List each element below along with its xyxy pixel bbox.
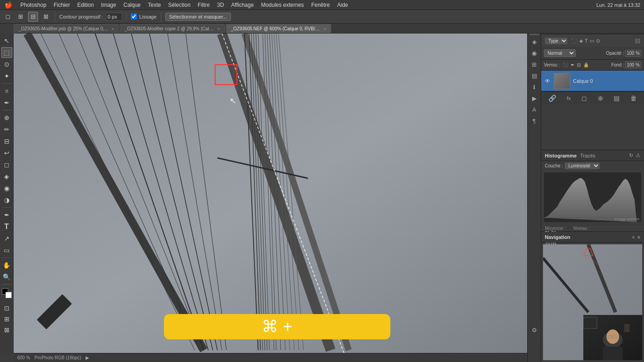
menu-3d[interactable]: 3D — [213, 2, 227, 8]
histogram-refresh-icon[interactable]: ↻ — [629, 152, 633, 158]
tool-shape[interactable]: ▭ — [1, 245, 12, 256]
canvas-area[interactable]: ↖ ⌘ + — [14, 33, 541, 353]
tab-1[interactable]: _OZ93605-Modifier.psb @ 25% (Calque 0, R… — [14, 24, 119, 33]
menu-edition[interactable]: Edition — [73, 2, 97, 8]
toolbar-add-selection[interactable]: ⊞ — [15, 12, 25, 22]
nav-close-btn[interactable]: × — [632, 234, 634, 240]
lock-position-icon[interactable]: ✒ — [571, 62, 574, 67]
menu-fenetre[interactable]: Fenêtre — [308, 2, 333, 8]
nav-arrow[interactable]: ▶ — [86, 355, 89, 360]
layer-delete-btn[interactable]: 🗑 — [630, 95, 637, 102]
tool-dodge[interactable]: ◑ — [1, 195, 12, 205]
lissage-checkbox[interactable] — [131, 14, 137, 19]
menu-calque[interactable]: Calque — [120, 2, 144, 8]
channel-select[interactable]: Luminosité — [565, 162, 600, 169]
menu-right-icons: Lun. 22 mai à 13:32 — [596, 2, 644, 8]
tab-3[interactable]: _OZ93605.NEF @ 600% (Calque 0, RVB/16*) … — [226, 24, 331, 33]
blend-mode-select[interactable]: Normal — [544, 49, 576, 57]
tab-1-close[interactable]: × — [111, 27, 114, 31]
tool-eyedropper[interactable]: ✒ — [1, 97, 12, 108]
tool-artboard[interactable]: ⊞ — [1, 314, 12, 324]
tool-select-rect[interactable]: ⬚ — [1, 47, 12, 58]
selection-box — [215, 64, 237, 85]
tool-blur[interactable]: ◉ — [1, 183, 12, 194]
sep2 — [126, 12, 127, 21]
right-icon-info[interactable]: ℹ — [529, 82, 539, 92]
menu-affichage[interactable]: Affichage — [228, 2, 258, 8]
opacity-input[interactable]: 100 % — [625, 50, 641, 57]
toolbar-subtract-selection[interactable]: ⊟ — [28, 12, 38, 22]
tool-heal[interactable]: ⊕ — [1, 112, 12, 123]
toolbar-intersect-selection[interactable]: ⊠ — [41, 12, 51, 22]
menu-filtre[interactable]: Filtre — [194, 2, 214, 8]
tool-history-brush[interactable]: ↩ — [1, 148, 12, 158]
layer-filter-adj[interactable]: ◈ — [579, 38, 583, 44]
layer-group-btn[interactable]: ▤ — [614, 95, 620, 102]
tool-zoom-fit[interactable]: ⊠ — [1, 324, 12, 335]
apple-logo[interactable]: 🍎 — [5, 1, 12, 9]
toolbar-new-selection[interactable]: ◻ — [3, 12, 13, 22]
tool-lasso[interactable]: ⊙ — [1, 59, 12, 70]
tool-pen[interactable]: ✒ — [1, 210, 12, 220]
right-icon-libraries[interactable]: ⊞ — [529, 59, 539, 69]
layer-filter-text[interactable]: T — [585, 38, 588, 44]
layer-item-0[interactable]: 👁 Calque 0 — [541, 71, 644, 91]
right-icon-histo[interactable]: ▤ — [529, 71, 539, 81]
menu-selection[interactable]: Sélection — [164, 2, 194, 8]
tool-magic-wand[interactable]: ✦ — [1, 71, 12, 81]
moyenne-label: Moyenne : — [545, 226, 566, 231]
fill-input[interactable]: 100 % — [625, 62, 641, 68]
foreground-color[interactable] — [2, 288, 12, 298]
lock-artboard-icon[interactable]: ⊡ — [577, 62, 581, 67]
layer-filter-smart[interactable]: ⊙ — [596, 38, 600, 44]
tool-move[interactable]: ↖ — [1, 35, 12, 46]
right-icon-para[interactable]: ¶ — [529, 116, 539, 126]
tool-text[interactable]: T — [1, 221, 12, 232]
histogram-title[interactable]: Histogramme — [545, 153, 577, 158]
tool-zoom[interactable]: 🔍 — [1, 272, 12, 282]
layer-type-select[interactable]: Type — [545, 38, 567, 44]
menu-fichier[interactable]: Fichier — [50, 2, 73, 8]
right-icon-actions[interactable]: ▶ — [529, 93, 539, 103]
layer-filter-toggle[interactable]: ⊟ — [635, 37, 640, 44]
layer-filter-pixel[interactable]: ⬛ — [571, 38, 577, 44]
tool-sep1 — [2, 83, 11, 84]
select-mask-button[interactable]: Sélectionner et masquer... — [165, 13, 231, 21]
layer-thumb-0 — [554, 73, 570, 89]
tool-quick-mask[interactable]: ⊡ — [1, 303, 12, 314]
traces-tab[interactable]: Tracés — [580, 153, 595, 158]
layer-mask-btn[interactable]: ◻ — [582, 95, 587, 102]
menu-aide[interactable]: Aide — [333, 2, 351, 8]
lock-all-icon[interactable]: 🔒 — [583, 62, 589, 67]
layer-link-btn[interactable]: 🔗 — [548, 95, 556, 102]
tool-path-select[interactable]: ↗ — [1, 233, 12, 244]
lock-pixel-icon[interactable]: ⬛ — [562, 62, 568, 67]
menu-photoshop[interactable]: Photoshop — [17, 2, 50, 8]
tab-3-close[interactable]: × — [324, 27, 326, 31]
layer-effects-btn[interactable]: fx — [567, 95, 571, 101]
navigation-preview[interactable] — [543, 244, 642, 360]
nav-collapse-btn[interactable]: ≡ — [638, 234, 640, 240]
tool-brush[interactable]: ✏ — [1, 124, 12, 135]
menu-image[interactable]: Image — [97, 2, 120, 8]
tool-crop[interactable]: ⌗ — [1, 86, 12, 96]
tool-gradient[interactable]: ◈ — [1, 171, 12, 182]
layer-adj-btn[interactable]: ⊕ — [598, 95, 603, 102]
tool-eraser[interactable]: ◻ — [1, 159, 12, 170]
layer-lock-row: Verrou : ⬛ ✒ ⊡ 🔒 Fond : 100 % — [541, 60, 644, 71]
tool-hand[interactable]: ✋ — [1, 260, 12, 271]
menu-modules[interactable]: Modules externes — [257, 2, 308, 8]
tab-2[interactable]: _OZ93605-Modifier copie 2 @ 29,9% (Calqu… — [120, 24, 225, 33]
menu-texte[interactable]: Texte — [144, 2, 165, 8]
layer-filter-shape[interactable]: ▭ — [590, 38, 594, 44]
contour-input[interactable]: 0 px — [106, 13, 122, 21]
tab-2-close[interactable]: × — [217, 27, 220, 31]
layers-footer: 🔗 fx ◻ ⊕ ▤ 🗑 — [541, 91, 644, 104]
opacity-label: Opacité : — [606, 51, 624, 56]
right-icon-settings[interactable]: ⚙ — [529, 325, 539, 335]
layer-eye-0[interactable]: 👁 — [545, 78, 551, 84]
right-icon-styles[interactable]: ◉ — [529, 48, 539, 58]
right-icon-ai[interactable]: A — [529, 105, 539, 114]
tool-stamp[interactable]: ⊟ — [1, 136, 12, 147]
right-icon-adjust[interactable]: ◈ — [529, 37, 539, 47]
